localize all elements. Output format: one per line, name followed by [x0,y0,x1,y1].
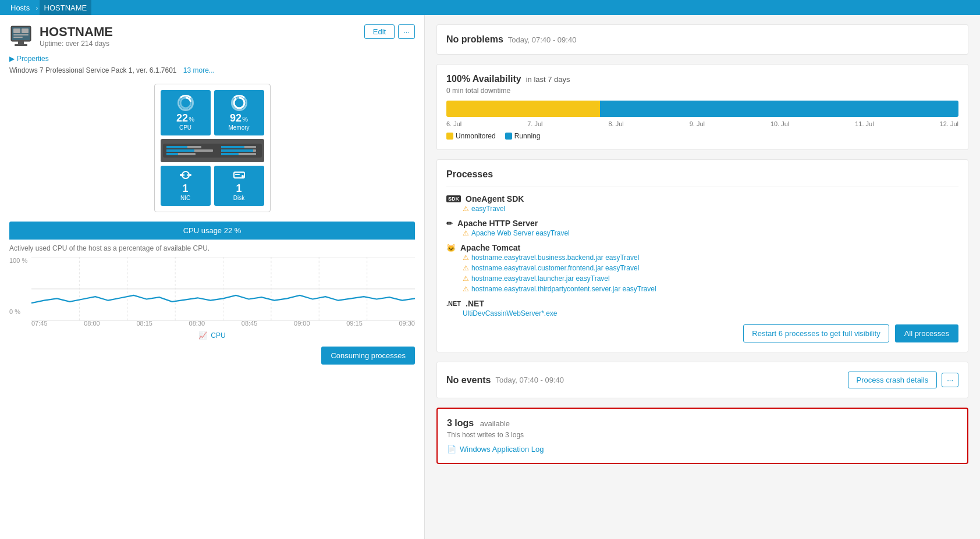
all-processes-button[interactable]: All processes [895,324,958,342]
no-events-more-button[interactable]: ··· [942,373,958,387]
topnav: Hosts › HOSTNAME [0,0,980,15]
metrics-container: 22 % CPU 92 [9,84,415,212]
restart-processes-button[interactable]: Restart 6 processes to get full visibili… [743,324,889,342]
host-icon [9,24,33,48]
host-uptime: Uptime: over 214 days [40,40,113,48]
tomcat-link-row-2: ⚠ hostname.easytravel.customer.frontend.… [463,264,958,272]
availability-card: 100% Availability in last 7 days 0 min t… [436,64,968,150]
process-crash-button[interactable]: Process crash details [848,372,938,388]
no-events-title-row: No events Today, 07:40 - 09:40 [446,375,564,385]
no-events-actions: Process crash details ··· [848,372,958,388]
main-layout: HOSTNAME Uptime: over 214 days Edit ··· … [0,15,980,539]
svg-rect-31 [235,174,240,175]
net-link-1[interactable]: UltiDevCassinWebServer*.exe [463,309,958,317]
sdk-easytravel-link[interactable]: easyTravel [471,205,505,213]
svg-rect-16 [166,149,194,152]
cpu-circle-icon [177,95,194,111]
metrics-box: 22 % CPU 92 [154,84,271,212]
availability-bar [446,101,958,117]
availability-downtime: 0 min total downtime [446,87,958,95]
svg-rect-24 [221,153,239,155]
net-links: UltiDevCassinWebServer*.exe [463,309,958,317]
avail-bar-yellow [446,101,600,117]
nic-icon [180,170,191,181]
logs-link[interactable]: 📄 Windows Application Log [447,445,958,454]
svg-rect-2 [18,41,24,44]
memory-circle-icon [231,95,247,111]
processes-title: Processes [446,169,958,180]
cpu-pct: % [189,116,194,123]
running-dot [505,133,512,140]
os-info: Windows 7 Professional Service Pack 1, v… [9,66,176,74]
sdk-icon: SDK [446,195,461,202]
tomcat-link-row-4: ⚠ hostname.easytravel.thirdpartycontent.… [463,285,958,293]
nic-tile[interactable]: 1 NIC [161,166,211,206]
process-header-tomcat: 🐱 Apache Tomcat [446,243,958,252]
more-button[interactable]: ··· [398,24,415,39]
nic-value: 1 [182,183,188,194]
legend-unmonitored: Unmonitored [446,132,496,140]
disk-tile[interactable]: 1 Disk [214,166,264,206]
host-name-block: HOSTNAME Uptime: over 214 days [40,24,113,48]
tomcat-warning-4: ⚠ [463,285,469,293]
tomcat-link-3[interactable]: hostname.easytravel.launcher.jar easyTra… [471,274,610,283]
avail-bar-blue [600,101,958,117]
svg-rect-20 [221,146,244,148]
process-header-sdk: SDK OneAgent SDK [446,194,958,204]
availability-period: in last 7 days [526,75,570,84]
host-header: HOSTNAME Uptime: over 214 days Edit ··· [9,24,415,48]
process-group-apache: ✏ Apache HTTP Server ⚠ Apache Web Server… [446,219,958,237]
chart-y-bottom: 0 % [9,308,30,315]
logs-description: This host writes to 3 logs [447,431,958,439]
svg-point-11 [234,98,244,108]
sdk-warning-icon: ⚠ [463,205,469,213]
sdk-name: OneAgent SDK [466,194,524,204]
logs-link-label: Windows Application Log [460,445,544,454]
consuming-processes-button[interactable]: Consuming processes [321,347,415,365]
unmonitored-label: Unmonitored [456,132,496,140]
apache-warning-icon: ⚠ [463,229,469,237]
svg-rect-3 [15,44,27,46]
apache-icon: ✏ [446,219,453,228]
chart-legend-icon: 📈 [198,331,207,340]
no-problems-card: No problems Today, 07:40 - 09:40 [436,24,968,55]
net-name: .NET [466,299,484,308]
sdk-link-row: ⚠ easyTravel [463,205,958,213]
topnav-separator: › [35,3,38,12]
tomcat-link-row-1: ⚠ hostname.easytravel.business.backend.j… [463,254,958,262]
svg-rect-14 [166,146,187,148]
topnav-hosts[interactable]: Hosts [6,0,34,15]
process-header-net: .NET .NET [446,299,958,308]
availability-title: 100% Availability [446,74,521,84]
no-events-title: No events [446,375,491,385]
svg-rect-5 [22,28,29,33]
memory-tile[interactable]: 92 % Memory [214,90,264,135]
running-label: Running [514,132,541,140]
svg-point-32 [242,175,244,177]
process-group-net: .NET .NET UltiDevCassinWebServer*.exe [446,299,958,317]
host-title-area: HOSTNAME Uptime: over 214 days [9,24,113,48]
no-problems-title: No problems [446,34,503,45]
tomcat-name: Apache Tomcat [460,243,520,252]
more-properties-link[interactable]: 13 more... [183,66,215,74]
apache-easytravel-link[interactable]: Apache Web Server easyTravel [471,229,570,237]
tomcat-link-2[interactable]: hostname.easytravel.customer.frontend.ja… [471,264,639,272]
topnav-hosts-label: Hosts [10,3,30,12]
svg-point-27 [189,174,191,176]
properties-toggle[interactable]: ▶ Properties [9,55,415,63]
topnav-hostname[interactable]: HOSTNAME [40,0,92,15]
cpu-chart-svg [31,257,415,321]
process-header-apache: ✏ Apache HTTP Server [446,219,958,228]
topnav-hostname-label: HOSTNAME [44,3,87,12]
metrics-top-row: 22 % CPU 92 [161,90,264,135]
edit-button[interactable]: Edit [364,24,395,39]
logs-title: 3 logs available [447,418,958,429]
cpu-tile[interactable]: 22 % CPU [161,90,211,135]
tomcat-link-4[interactable]: hostname.easytravel.thirdpartycontent.se… [471,285,656,293]
chart-legend-label: CPU [211,331,225,340]
svg-rect-22 [221,149,253,152]
avail-x-labels: 6. Jul 7. Jul 8. Jul 9. Jul 10. Jul 11. … [446,120,958,127]
tomcat-link-1[interactable]: hostname.easytravel.business.backend.jar… [471,254,639,262]
sdk-links: ⚠ easyTravel [463,205,958,213]
svg-point-26 [180,174,182,176]
